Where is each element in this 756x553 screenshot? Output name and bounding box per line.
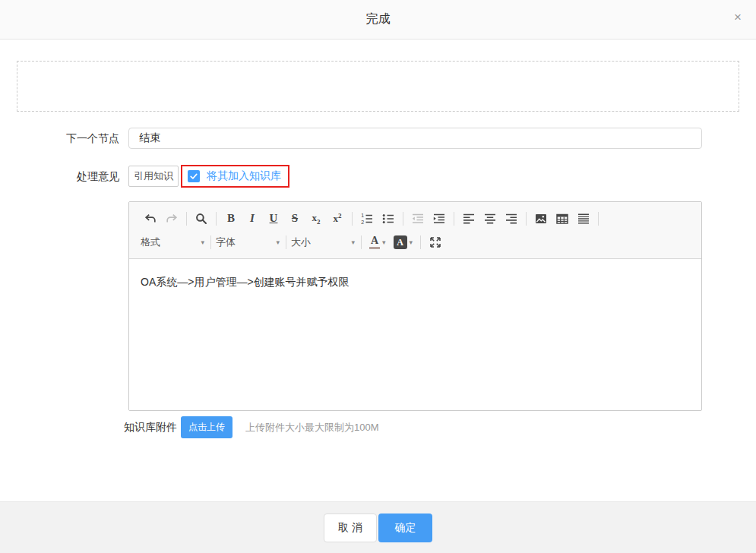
size-dropdown-label: 大小	[291, 235, 311, 249]
underline-icon: U	[270, 212, 278, 225]
align-right-icon	[505, 212, 518, 226]
next-node-label: 下一个节点	[0, 128, 119, 149]
align-right-button[interactable]	[501, 210, 522, 228]
bold-button[interactable]: B	[220, 210, 242, 228]
dialog-body: 下一个节点 处理意见 引用知识 将其加入知识库	[0, 40, 756, 501]
undo-button[interactable]	[140, 210, 161, 228]
align-left-button[interactable]	[458, 210, 479, 228]
align-center-button[interactable]	[479, 210, 501, 228]
unordered-list-button[interactable]	[378, 210, 399, 228]
attachment-label: 知识库附件	[124, 421, 177, 434]
strikethrough-button[interactable]: S	[284, 210, 305, 228]
image-icon	[534, 212, 548, 226]
background-color-icon: A	[394, 235, 407, 249]
toolbar-separator	[454, 212, 454, 226]
line-height-button[interactable]	[573, 210, 594, 228]
opinion-row: 处理意见 引用知识 将其加入知识库	[0, 165, 756, 188]
italic-icon: I	[250, 212, 255, 225]
rich-text-editor: B I U S x2 x2 1 2	[128, 201, 702, 411]
font-dropdown-label: 字体	[216, 235, 236, 249]
insert-table-button[interactable]	[552, 210, 573, 228]
svg-text:2: 2	[361, 220, 364, 225]
toolbar-separator	[210, 235, 211, 249]
size-dropdown[interactable]: 大小 ▾	[290, 233, 357, 251]
ordered-list-button[interactable]: 1 2	[356, 210, 378, 228]
toolbar-separator	[352, 212, 353, 226]
cancel-button[interactable]: 取 消	[324, 514, 377, 542]
fullscreen-icon	[429, 235, 442, 249]
superscript-button[interactable]: x2	[327, 210, 348, 228]
close-icon[interactable]: ×	[729, 9, 746, 26]
chevron-down-icon: ▾	[276, 239, 280, 246]
chevron-down-icon: ▾	[351, 239, 355, 246]
toolbar-separator	[286, 235, 286, 249]
outdent-button[interactable]	[407, 210, 429, 228]
fullscreen-button[interactable]	[425, 233, 446, 251]
complete-dialog: 完成 × 下一个节点 处理意见 引用知识 将其加入知识库	[0, 0, 756, 553]
dialog-footer: 取 消 确定	[0, 501, 756, 553]
subscript-icon: x2	[312, 212, 321, 226]
bold-icon: B	[227, 212, 235, 225]
font-dropdown[interactable]: 字体 ▾	[215, 233, 282, 251]
add-to-knowledge-base-checkbox[interactable]	[188, 170, 200, 182]
superscript-icon: x2	[334, 212, 342, 225]
format-dropdown-label: 格式	[141, 235, 160, 249]
chevron-down-icon: ▾	[382, 239, 386, 246]
editor-label-spacer	[0, 201, 119, 411]
dialog-header: 完成 ×	[0, 0, 756, 40]
confirm-button[interactable]: 确定	[378, 514, 432, 542]
attachment-size-hint: 上传附件大小最大限制为100M	[245, 421, 379, 434]
italic-button[interactable]: I	[242, 210, 263, 228]
editor-row: B I U S x2 x2 1 2	[0, 201, 756, 411]
redo-icon	[165, 212, 179, 226]
toolbar-separator	[598, 212, 599, 226]
align-left-icon	[462, 212, 476, 226]
strikethrough-icon: S	[292, 212, 298, 225]
chevron-down-icon: ▾	[410, 239, 413, 246]
add-to-knowledge-base-label[interactable]: 将其加入知识库	[207, 169, 281, 183]
indent-icon	[432, 212, 446, 226]
toolbar-separator	[216, 212, 217, 226]
format-dropdown[interactable]: 格式 ▾	[140, 233, 207, 251]
background-color-button[interactable]: A ▾	[394, 235, 413, 249]
toolbar-separator	[420, 235, 421, 249]
line-height-icon	[577, 212, 590, 226]
outdent-icon	[411, 212, 425, 226]
redo-button[interactable]	[161, 210, 182, 228]
text-color-button[interactable]: A ▾	[369, 235, 386, 249]
next-node-input[interactable]	[128, 128, 702, 149]
opinion-label: 处理意见	[0, 169, 119, 183]
attachment-row: 知识库附件 点击上传 上传附件大小最大限制为100M	[0, 416, 756, 438]
editor-content-area[interactable]: OA系统—>用户管理—>创建账号并赋予权限	[129, 259, 701, 410]
editor-toolbar: B I U S x2 x2 1 2	[129, 202, 701, 259]
editor-text: OA系统—>用户管理—>创建账号并赋予权限	[141, 274, 690, 289]
search-icon	[195, 212, 208, 226]
text-color-icon: A	[369, 235, 380, 249]
svg-text:1: 1	[361, 213, 364, 218]
upload-button[interactable]: 点击上传	[181, 416, 232, 438]
ordered-list-icon: 1 2	[360, 212, 374, 226]
empty-dropzone	[17, 61, 739, 112]
toolbar-separator	[361, 235, 362, 249]
next-node-row: 下一个节点	[0, 128, 756, 149]
search-button[interactable]	[191, 210, 212, 228]
chevron-down-icon: ▾	[201, 239, 204, 246]
toolbar-row-1: B I U S x2 x2 1 2	[140, 206, 695, 231]
toolbar-separator	[186, 212, 187, 226]
quote-knowledge-button[interactable]: 引用知识	[128, 166, 179, 187]
red-annotation-box: 将其加入知识库	[181, 165, 289, 188]
toolbar-separator	[403, 212, 403, 226]
unordered-list-icon	[381, 212, 395, 226]
insert-image-button[interactable]	[530, 210, 552, 228]
toolbar-row-2: 格式 ▾ 字体 ▾ 大小 ▾	[140, 231, 695, 254]
underline-button[interactable]: U	[263, 210, 284, 228]
subscript-button[interactable]: x2	[305, 210, 327, 228]
align-center-icon	[483, 212, 497, 226]
table-icon	[555, 212, 569, 226]
toolbar-separator	[526, 212, 527, 226]
dialog-title: 完成	[366, 11, 391, 27]
undo-icon	[144, 212, 157, 226]
check-icon	[189, 172, 198, 181]
indent-button[interactable]	[429, 210, 450, 228]
